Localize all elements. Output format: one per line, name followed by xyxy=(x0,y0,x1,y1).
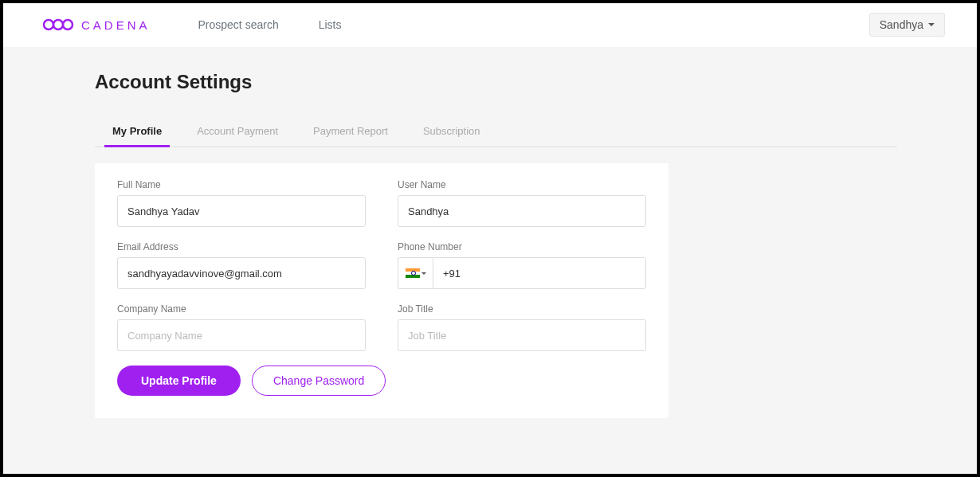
nav-lists[interactable]: Lists xyxy=(319,18,342,31)
phone-country-select[interactable] xyxy=(398,257,433,289)
page-title: Account Settings xyxy=(95,71,897,93)
tab-my-profile[interactable]: My Profile xyxy=(95,117,179,147)
update-profile-button[interactable]: Update Profile xyxy=(117,366,241,396)
full-name-label: Full Name xyxy=(117,179,366,190)
full-name-input[interactable] xyxy=(117,195,366,227)
svg-point-0 xyxy=(44,20,53,29)
change-password-button[interactable]: Change Password xyxy=(252,366,386,396)
chevron-down-icon xyxy=(928,23,935,26)
job-title-label: Job Title xyxy=(398,303,646,315)
phone-input[interactable] xyxy=(433,257,646,289)
india-flag-icon xyxy=(406,268,420,278)
tab-payment-report[interactable]: Payment Report xyxy=(296,117,406,147)
svg-point-1 xyxy=(53,20,63,29)
brand-logo[interactable]: CADENA xyxy=(41,18,151,32)
nav-prospect-search[interactable]: Prospect search xyxy=(198,18,279,31)
user-name-label: Sandhya xyxy=(880,18,923,31)
tab-account-payment[interactable]: Account Payment xyxy=(179,117,296,147)
profile-card: Full Name User Name Email Address Phone … xyxy=(95,163,668,418)
email-label: Email Address xyxy=(117,241,366,252)
top-bar: CADENA Prospect search Lists Sandhya xyxy=(3,3,977,47)
brand-name: CADENA xyxy=(81,18,151,32)
tabs: My Profile Account Payment Payment Repor… xyxy=(95,117,897,147)
chain-links-icon xyxy=(41,18,75,32)
user-name-label: User Name xyxy=(398,179,646,190)
job-title-input[interactable] xyxy=(398,319,646,351)
user-dropdown[interactable]: Sandhya xyxy=(869,13,945,37)
company-label: Company Name xyxy=(117,303,366,315)
user-name-input[interactable] xyxy=(398,195,646,227)
chevron-down-icon xyxy=(421,272,426,275)
tab-subscription[interactable]: Subscription xyxy=(406,117,498,147)
phone-label: Phone Number xyxy=(398,241,646,252)
svg-point-2 xyxy=(63,20,73,29)
company-input[interactable] xyxy=(117,319,366,351)
nav-links: Prospect search Lists xyxy=(198,18,342,31)
email-input[interactable] xyxy=(117,257,366,289)
